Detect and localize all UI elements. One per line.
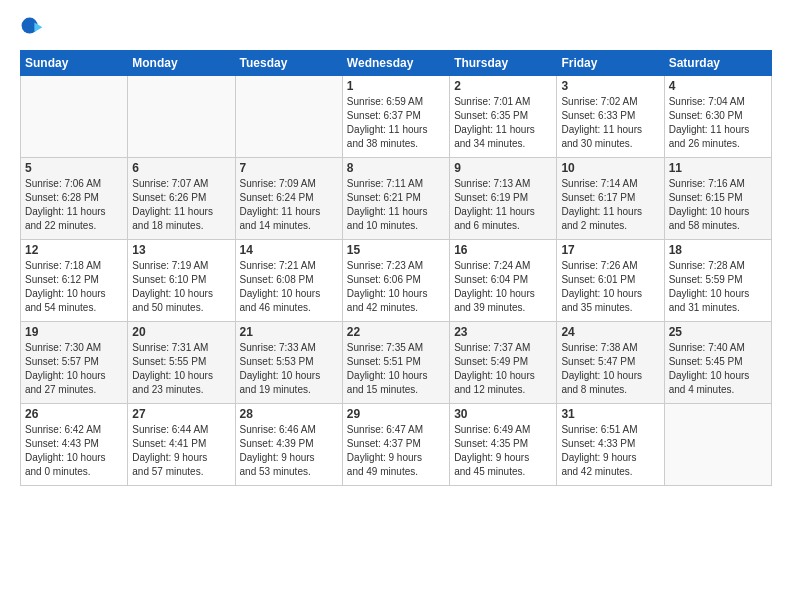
day-number: 31 (561, 407, 659, 421)
cell-content: Sunrise: 7:14 AM Sunset: 6:17 PM Dayligh… (561, 177, 659, 233)
cell-content: Sunrise: 6:59 AM Sunset: 6:37 PM Dayligh… (347, 95, 445, 151)
day-number: 5 (25, 161, 123, 175)
day-number: 18 (669, 243, 767, 257)
calendar-cell: 21Sunrise: 7:33 AM Sunset: 5:53 PM Dayli… (235, 322, 342, 404)
cell-content: Sunrise: 7:37 AM Sunset: 5:49 PM Dayligh… (454, 341, 552, 397)
calendar-cell: 10Sunrise: 7:14 AM Sunset: 6:17 PM Dayli… (557, 158, 664, 240)
calendar-week-row: 5Sunrise: 7:06 AM Sunset: 6:28 PM Daylig… (21, 158, 772, 240)
day-number: 14 (240, 243, 338, 257)
calendar-cell (235, 76, 342, 158)
calendar-cell: 29Sunrise: 6:47 AM Sunset: 4:37 PM Dayli… (342, 404, 449, 486)
day-number: 1 (347, 79, 445, 93)
calendar-cell: 22Sunrise: 7:35 AM Sunset: 5:51 PM Dayli… (342, 322, 449, 404)
calendar-cell (128, 76, 235, 158)
cell-content: Sunrise: 6:51 AM Sunset: 4:33 PM Dayligh… (561, 423, 659, 479)
day-number: 23 (454, 325, 552, 339)
cell-content: Sunrise: 7:16 AM Sunset: 6:15 PM Dayligh… (669, 177, 767, 233)
cell-content: Sunrise: 7:07 AM Sunset: 6:26 PM Dayligh… (132, 177, 230, 233)
calendar-cell (664, 404, 771, 486)
calendar-cell: 20Sunrise: 7:31 AM Sunset: 5:55 PM Dayli… (128, 322, 235, 404)
day-number: 15 (347, 243, 445, 257)
header (20, 16, 772, 40)
day-number: 28 (240, 407, 338, 421)
calendar-cell: 12Sunrise: 7:18 AM Sunset: 6:12 PM Dayli… (21, 240, 128, 322)
day-number: 11 (669, 161, 767, 175)
day-number: 9 (454, 161, 552, 175)
page-container: SundayMondayTuesdayWednesdayThursdayFrid… (0, 0, 792, 496)
weekday-header: Friday (557, 51, 664, 76)
cell-content: Sunrise: 7:19 AM Sunset: 6:10 PM Dayligh… (132, 259, 230, 315)
calendar-cell: 14Sunrise: 7:21 AM Sunset: 6:08 PM Dayli… (235, 240, 342, 322)
day-number: 27 (132, 407, 230, 421)
calendar-cell: 16Sunrise: 7:24 AM Sunset: 6:04 PM Dayli… (450, 240, 557, 322)
logo-icon (20, 16, 44, 40)
day-number: 24 (561, 325, 659, 339)
cell-content: Sunrise: 7:23 AM Sunset: 6:06 PM Dayligh… (347, 259, 445, 315)
day-number: 17 (561, 243, 659, 257)
weekday-header: Monday (128, 51, 235, 76)
calendar-cell: 5Sunrise: 7:06 AM Sunset: 6:28 PM Daylig… (21, 158, 128, 240)
cell-content: Sunrise: 7:02 AM Sunset: 6:33 PM Dayligh… (561, 95, 659, 151)
day-number: 6 (132, 161, 230, 175)
cell-content: Sunrise: 7:26 AM Sunset: 6:01 PM Dayligh… (561, 259, 659, 315)
day-number: 13 (132, 243, 230, 257)
weekday-header-row: SundayMondayTuesdayWednesdayThursdayFrid… (21, 51, 772, 76)
cell-content: Sunrise: 7:33 AM Sunset: 5:53 PM Dayligh… (240, 341, 338, 397)
calendar-cell: 25Sunrise: 7:40 AM Sunset: 5:45 PM Dayli… (664, 322, 771, 404)
calendar-cell: 28Sunrise: 6:46 AM Sunset: 4:39 PM Dayli… (235, 404, 342, 486)
weekday-header: Sunday (21, 51, 128, 76)
calendar-cell: 18Sunrise: 7:28 AM Sunset: 5:59 PM Dayli… (664, 240, 771, 322)
calendar-cell: 9Sunrise: 7:13 AM Sunset: 6:19 PM Daylig… (450, 158, 557, 240)
calendar-week-row: 26Sunrise: 6:42 AM Sunset: 4:43 PM Dayli… (21, 404, 772, 486)
cell-content: Sunrise: 7:35 AM Sunset: 5:51 PM Dayligh… (347, 341, 445, 397)
day-number: 8 (347, 161, 445, 175)
day-number: 4 (669, 79, 767, 93)
calendar-cell: 15Sunrise: 7:23 AM Sunset: 6:06 PM Dayli… (342, 240, 449, 322)
calendar-cell: 13Sunrise: 7:19 AM Sunset: 6:10 PM Dayli… (128, 240, 235, 322)
calendar-cell: 23Sunrise: 7:37 AM Sunset: 5:49 PM Dayli… (450, 322, 557, 404)
cell-content: Sunrise: 6:42 AM Sunset: 4:43 PM Dayligh… (25, 423, 123, 479)
cell-content: Sunrise: 7:04 AM Sunset: 6:30 PM Dayligh… (669, 95, 767, 151)
cell-content: Sunrise: 7:18 AM Sunset: 6:12 PM Dayligh… (25, 259, 123, 315)
cell-content: Sunrise: 6:47 AM Sunset: 4:37 PM Dayligh… (347, 423, 445, 479)
logo (20, 16, 48, 40)
calendar-cell: 30Sunrise: 6:49 AM Sunset: 4:35 PM Dayli… (450, 404, 557, 486)
calendar-cell (21, 76, 128, 158)
calendar-cell: 8Sunrise: 7:11 AM Sunset: 6:21 PM Daylig… (342, 158, 449, 240)
calendar-cell: 17Sunrise: 7:26 AM Sunset: 6:01 PM Dayli… (557, 240, 664, 322)
cell-content: Sunrise: 6:46 AM Sunset: 4:39 PM Dayligh… (240, 423, 338, 479)
weekday-header: Wednesday (342, 51, 449, 76)
calendar-cell: 27Sunrise: 6:44 AM Sunset: 4:41 PM Dayli… (128, 404, 235, 486)
calendar-week-row: 12Sunrise: 7:18 AM Sunset: 6:12 PM Dayli… (21, 240, 772, 322)
svg-marker-1 (34, 22, 42, 32)
day-number: 12 (25, 243, 123, 257)
cell-content: Sunrise: 7:06 AM Sunset: 6:28 PM Dayligh… (25, 177, 123, 233)
weekday-header: Saturday (664, 51, 771, 76)
calendar-cell: 1Sunrise: 6:59 AM Sunset: 6:37 PM Daylig… (342, 76, 449, 158)
calendar-cell: 26Sunrise: 6:42 AM Sunset: 4:43 PM Dayli… (21, 404, 128, 486)
cell-content: Sunrise: 7:09 AM Sunset: 6:24 PM Dayligh… (240, 177, 338, 233)
weekday-header: Thursday (450, 51, 557, 76)
calendar-cell: 7Sunrise: 7:09 AM Sunset: 6:24 PM Daylig… (235, 158, 342, 240)
day-number: 21 (240, 325, 338, 339)
calendar-cell: 11Sunrise: 7:16 AM Sunset: 6:15 PM Dayli… (664, 158, 771, 240)
cell-content: Sunrise: 6:49 AM Sunset: 4:35 PM Dayligh… (454, 423, 552, 479)
cell-content: Sunrise: 7:31 AM Sunset: 5:55 PM Dayligh… (132, 341, 230, 397)
cell-content: Sunrise: 6:44 AM Sunset: 4:41 PM Dayligh… (132, 423, 230, 479)
calendar-cell: 19Sunrise: 7:30 AM Sunset: 5:57 PM Dayli… (21, 322, 128, 404)
calendar-table: SundayMondayTuesdayWednesdayThursdayFrid… (20, 50, 772, 486)
day-number: 22 (347, 325, 445, 339)
day-number: 25 (669, 325, 767, 339)
weekday-header: Tuesday (235, 51, 342, 76)
cell-content: Sunrise: 7:11 AM Sunset: 6:21 PM Dayligh… (347, 177, 445, 233)
day-number: 20 (132, 325, 230, 339)
calendar-week-row: 1Sunrise: 6:59 AM Sunset: 6:37 PM Daylig… (21, 76, 772, 158)
calendar-cell: 24Sunrise: 7:38 AM Sunset: 5:47 PM Dayli… (557, 322, 664, 404)
day-number: 16 (454, 243, 552, 257)
day-number: 19 (25, 325, 123, 339)
day-number: 26 (25, 407, 123, 421)
day-number: 2 (454, 79, 552, 93)
cell-content: Sunrise: 7:40 AM Sunset: 5:45 PM Dayligh… (669, 341, 767, 397)
cell-content: Sunrise: 7:21 AM Sunset: 6:08 PM Dayligh… (240, 259, 338, 315)
cell-content: Sunrise: 7:13 AM Sunset: 6:19 PM Dayligh… (454, 177, 552, 233)
